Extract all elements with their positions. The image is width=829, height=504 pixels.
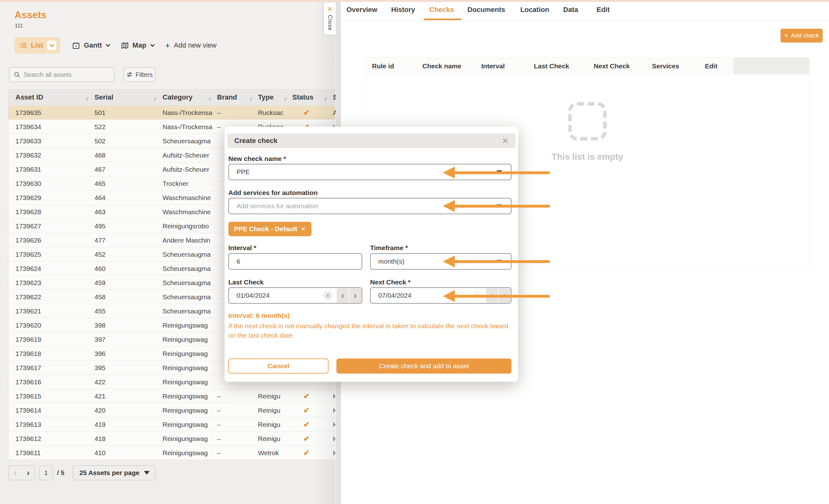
- add-new-view-button[interactable]: + Add new view: [165, 41, 217, 50]
- cell-serial: 477: [95, 233, 159, 247]
- cell-category: Reinigungswag: [163, 347, 215, 361]
- modal-close-icon[interactable]: ✕: [502, 137, 509, 145]
- interval-note-title: Interval: 6 month(s): [228, 312, 290, 319]
- cell-serial: 522: [95, 120, 159, 134]
- plus-icon: +: [165, 41, 170, 50]
- interval-note-body: If the next check is not manually change…: [228, 321, 512, 340]
- view-gantt-button[interactable]: Gantt: [72, 41, 109, 49]
- last-check-input[interactable]: [229, 292, 323, 299]
- check-name-field[interactable]: [228, 164, 511, 180]
- date-next-button[interactable]: ›: [499, 288, 511, 303]
- empty-list-text: This list is empty: [551, 152, 623, 162]
- checks-column-header-last-check: Last Check: [534, 58, 569, 74]
- column-resize-handle[interactable]: ⫽: [284, 96, 287, 102]
- interval-field[interactable]: [228, 253, 362, 269]
- cell-asset-id: 1739621: [15, 304, 91, 318]
- tab-documents[interactable]: Documents: [467, 6, 505, 19]
- next-check-input[interactable]: [371, 292, 473, 299]
- cell-serial: 459: [95, 276, 159, 290]
- cell-asset-id: 1739615: [15, 389, 91, 403]
- add-check-button[interactable]: + Add check: [781, 29, 823, 42]
- caret-down-icon: [496, 171, 502, 174]
- tab-edit[interactable]: Edit: [597, 6, 610, 19]
- last-check-field[interactable]: ✕ ‹ ›: [228, 287, 362, 304]
- assets-count: 111: [15, 23, 23, 29]
- column-header-status: Status: [292, 89, 321, 105]
- cell-category: Reinigungswag: [163, 418, 215, 432]
- interval-input[interactable]: [229, 258, 362, 265]
- tab-checks[interactable]: Checks: [429, 6, 454, 19]
- page-title: Assets: [14, 9, 47, 21]
- table-row[interactable]: 1739614420Reinigungswag–Reinigu✔H: [8, 403, 335, 417]
- per-page-label: 25 Assets per page: [79, 469, 140, 477]
- date-prev-button[interactable]: ‹: [337, 288, 349, 303]
- add-check-label: Add check: [791, 32, 819, 39]
- column-header-serial: Serial: [95, 89, 159, 105]
- cell-category: Reinigungswag: [163, 318, 215, 332]
- next-page-button[interactable]: ›: [27, 468, 30, 477]
- clear-date-icon[interactable]: ✕: [473, 291, 481, 300]
- cell-status: ✔: [292, 389, 321, 403]
- table-row[interactable]: 1739635501Nass-/Trockensa–Rucksac✔A: [8, 105, 335, 119]
- tab-data[interactable]: Data: [563, 6, 578, 19]
- per-page-select[interactable]: 25 Assets per page: [73, 465, 156, 480]
- column-resize-handle[interactable]: ⫽: [154, 96, 156, 102]
- cell-category: Aufsitz-Scheuer: [163, 162, 215, 176]
- tab-history[interactable]: History: [391, 6, 415, 19]
- services-field[interactable]: [228, 198, 511, 214]
- cell-serial: 395: [95, 361, 159, 375]
- cell-serial: 410: [95, 446, 159, 460]
- chip-remove-icon[interactable]: ✕: [301, 225, 306, 232]
- date-prev-button[interactable]: ‹: [486, 288, 498, 303]
- cell-status: ✔: [292, 106, 321, 120]
- cancel-button[interactable]: Cancel: [228, 358, 328, 373]
- table-row[interactable]: 1739613419Reinigungswag–Reinigu✔H: [8, 417, 335, 431]
- timeframe-field[interactable]: [370, 253, 511, 269]
- cell-category: Nass-/Trockensa: [163, 106, 215, 120]
- filters-button[interactable]: Filters: [123, 67, 155, 82]
- view-map-button[interactable]: Map: [121, 41, 153, 49]
- view-list-button[interactable]: List: [14, 37, 60, 53]
- table-row[interactable]: 1739612418Reinigungswag–Reinigu✔H: [8, 431, 335, 445]
- tab-overview[interactable]: Overview: [347, 6, 377, 19]
- timeframe-input[interactable]: [371, 258, 496, 265]
- clear-date-icon[interactable]: ✕: [323, 291, 332, 300]
- next-check-field[interactable]: ✕ ‹ ›: [370, 287, 511, 304]
- sliders-icon: [126, 72, 133, 78]
- table-row[interactable]: 1739611410Reinigungswag–Wetrok✔H: [8, 445, 335, 460]
- cell-asset-id: 1739611: [15, 446, 91, 460]
- column-resize-handle[interactable]: ⫽: [325, 96, 327, 102]
- cell-brand: –: [217, 418, 255, 432]
- create-check-submit-button[interactable]: Create check and add to asset: [336, 358, 511, 373]
- close-panel-tab[interactable]: ✕ Close: [324, 2, 336, 35]
- cell-asset-id: 1739628: [15, 205, 91, 219]
- cell-asset-id: 1739623: [15, 276, 91, 290]
- cell-category: Reinigungswag: [163, 375, 215, 389]
- cell-category: Scheuersaugma: [163, 276, 215, 290]
- search-input[interactable]: [24, 71, 102, 78]
- column-resize-handle[interactable]: ⫽: [86, 96, 88, 102]
- cell-serial: 419: [95, 418, 159, 432]
- cell-asset-id: 1739622: [15, 290, 91, 304]
- column-resize-handle[interactable]: ⫽: [250, 96, 252, 102]
- close-icon[interactable]: ✕: [327, 6, 333, 12]
- search-box[interactable]: [9, 67, 114, 82]
- column-resize-handle[interactable]: ⫽: [209, 96, 211, 102]
- check-name-input[interactable]: [229, 168, 496, 176]
- page: Assets 111 List Gantt Map: [0, 0, 829, 504]
- cell-brand: –: [217, 403, 255, 418]
- cell-category: Nass-/Trockensa: [163, 120, 215, 134]
- cell-serial: 420: [95, 403, 159, 418]
- column-header-category: Category: [163, 89, 215, 105]
- tab-location[interactable]: Location: [520, 6, 549, 19]
- cell-serial: 463: [95, 205, 159, 219]
- prev-page-button[interactable]: ‹: [14, 468, 17, 477]
- date-next-button[interactable]: ›: [349, 288, 361, 303]
- view-list-dropdown[interactable]: [47, 41, 57, 50]
- cell-asset-id: 1739618: [15, 347, 91, 361]
- current-page-box[interactable]: 1: [39, 465, 53, 480]
- table-row[interactable]: 1739615421Reinigungswag–Reinigu✔H: [8, 389, 335, 403]
- cell-asset-id: 1739613: [15, 418, 91, 432]
- cell-status: ✔: [292, 432, 321, 446]
- services-input[interactable]: [229, 202, 496, 210]
